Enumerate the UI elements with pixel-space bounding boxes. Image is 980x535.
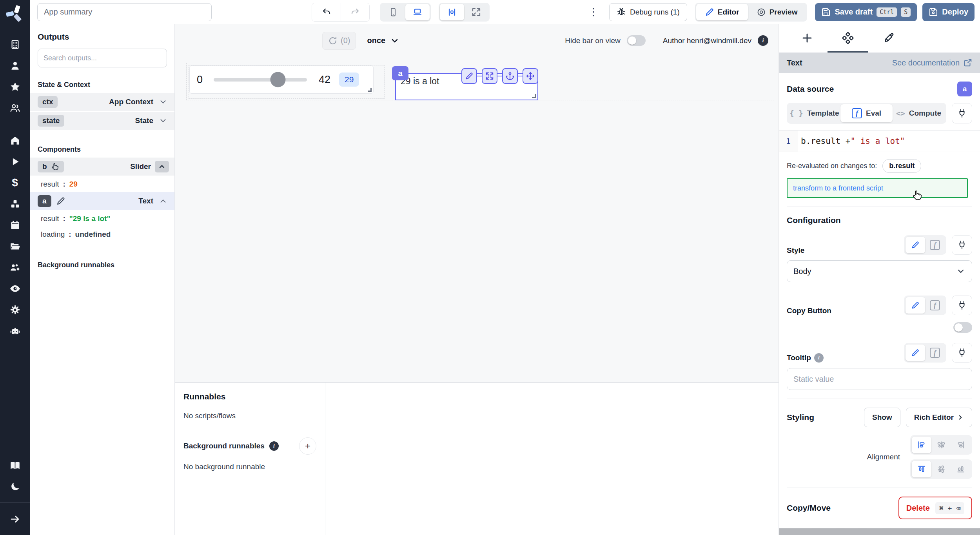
editor-scrollbar[interactable] xyxy=(970,131,980,152)
resize-handle[interactable] xyxy=(368,88,372,92)
slider-handle[interactable] xyxy=(270,72,286,87)
tab-global-styling[interactable] xyxy=(868,24,909,53)
settings-panel: Text See documentation Data source a xyxy=(779,24,980,535)
sidebar-item-theme[interactable] xyxy=(6,479,24,494)
align-bottom-button[interactable] xyxy=(951,461,971,477)
align-center-v-button[interactable] xyxy=(931,461,951,477)
sidebar-item-workers[interactable] xyxy=(6,259,24,275)
align-center-v-icon xyxy=(937,465,946,473)
tooltip-input[interactable] xyxy=(787,368,972,390)
search-outputs-input[interactable] xyxy=(38,49,167,67)
tab-insert-component[interactable] xyxy=(787,24,828,53)
eval-mode-button[interactable]: f xyxy=(925,345,945,361)
sidebar-item-folders[interactable] xyxy=(6,238,24,254)
debug-runs-button[interactable]: Debug runs (1) xyxy=(609,3,687,21)
transform-to-frontend-script-link[interactable]: transform to a frontend script xyxy=(793,184,883,192)
static-mode-button[interactable] xyxy=(906,237,925,253)
sidebar-item-groups[interactable] xyxy=(6,100,24,116)
edit-component-button[interactable] xyxy=(461,68,477,84)
output-row-state[interactable]: state State xyxy=(30,112,174,130)
plus-icon xyxy=(801,32,813,44)
sidebar-item-workspace[interactable] xyxy=(6,36,24,52)
sidebar-collapse-button[interactable] xyxy=(6,511,24,527)
align-left-button[interactable] xyxy=(912,437,931,453)
horizontal-scrollbar[interactable] xyxy=(779,528,980,535)
pencil-icon[interactable] xyxy=(56,196,65,206)
sidebar-item-docs[interactable] xyxy=(6,457,24,473)
info-icon[interactable]: i xyxy=(758,35,768,46)
sidebar-item-settings[interactable] xyxy=(6,302,24,317)
chevron-down-icon[interactable] xyxy=(157,115,169,127)
resize-handle[interactable] xyxy=(532,94,536,98)
app-canvas[interactable]: 0 42 29 a 29 is a lot xyxy=(175,57,779,382)
redo-button[interactable] xyxy=(341,3,369,21)
output-row-ctx[interactable]: ctx App Context xyxy=(30,93,174,111)
a-loading-row[interactable]: loading:undefined xyxy=(30,227,174,242)
chevron-down-icon[interactable] xyxy=(157,96,169,108)
save-draft-button[interactable]: Save draft Ctrl S xyxy=(815,3,917,21)
ctx-type-label: App Context xyxy=(109,98,153,106)
refresh-runs-button[interactable]: (0) xyxy=(322,32,356,50)
tab-template[interactable]: { } Template xyxy=(788,104,840,122)
eval-mode-button[interactable]: f xyxy=(925,297,945,314)
tab-preview[interactable]: Preview xyxy=(748,4,806,20)
connect-style-button[interactable] xyxy=(952,235,972,255)
refresh-icon xyxy=(328,36,338,45)
b-result-row[interactable]: result:29 xyxy=(30,176,174,192)
tab-compute[interactable]: <> Compute xyxy=(893,104,945,122)
more-options-button[interactable]: ⋮ xyxy=(588,6,599,18)
sidebar-item-runs[interactable] xyxy=(6,154,24,169)
tab-eval[interactable]: f Eval xyxy=(840,104,893,122)
chevron-up-icon[interactable] xyxy=(157,195,169,207)
desktop-view-button[interactable] xyxy=(405,4,430,20)
windmill-logo-icon[interactable] xyxy=(6,5,24,23)
connect-data-source-button[interactable] xyxy=(952,103,972,123)
undo-button[interactable] xyxy=(312,3,341,21)
slider-component[interactable]: 0 42 29 xyxy=(189,65,374,94)
expand-component-button[interactable] xyxy=(482,68,497,84)
sidebar-item-resources[interactable] xyxy=(6,196,24,212)
hide-bar-toggle[interactable] xyxy=(627,35,646,46)
connect-tooltip-button[interactable] xyxy=(952,343,972,363)
move-component-button[interactable] xyxy=(523,68,538,84)
add-background-runnable-button[interactable]: + xyxy=(299,437,316,455)
sidebar-item-audit-logs[interactable] xyxy=(6,281,24,296)
show-styling-button[interactable]: Show xyxy=(864,408,900,427)
schedule-dropdown[interactable]: once xyxy=(367,36,399,45)
delete-component-button[interactable]: Delete ⌘ + ⌫ xyxy=(898,497,972,519)
component-row-a[interactable]: a Text xyxy=(30,192,174,210)
align-center-h-button[interactable] xyxy=(931,437,951,453)
copy-button-toggle[interactable] xyxy=(953,322,972,333)
style-select[interactable]: Body xyxy=(787,260,972,282)
slider-track[interactable] xyxy=(214,78,307,82)
eval-code-editor[interactable]: 1 b.result + " is a lot" xyxy=(779,130,980,152)
sidebar-item-variables[interactable]: $ xyxy=(6,175,24,190)
align-right-button[interactable] xyxy=(951,437,971,453)
static-mode-button[interactable] xyxy=(906,345,925,361)
sidebar-item-schedules[interactable] xyxy=(6,217,24,233)
sidebar-item-home[interactable] xyxy=(6,132,24,148)
connect-copy-button[interactable] xyxy=(952,296,972,315)
sidebar-item-favorites[interactable] xyxy=(6,79,24,94)
app-summary-input[interactable] xyxy=(37,3,212,21)
rich-editor-button[interactable]: Rich Editor xyxy=(906,408,972,427)
static-mode-button[interactable] xyxy=(906,297,925,314)
center-content-button[interactable] xyxy=(440,4,464,20)
sidebar-item-ai[interactable] xyxy=(6,323,24,339)
tab-component-settings[interactable] xyxy=(828,24,868,53)
collapse-b-button[interactable] xyxy=(155,161,169,172)
text-component-selected[interactable]: a 29 is a lot xyxy=(395,73,538,100)
sidebar-divider xyxy=(0,124,30,124)
tab-editor[interactable]: Editor xyxy=(696,4,748,20)
anchor-component-button[interactable] xyxy=(502,68,518,84)
deploy-button[interactable]: Deploy xyxy=(922,3,975,21)
sidebar-item-user[interactable] xyxy=(6,58,24,73)
see-documentation-link[interactable]: See documentation xyxy=(892,58,972,67)
eval-mode-button[interactable]: f xyxy=(925,237,945,253)
a-result-row[interactable]: result:"29 is a lot" xyxy=(30,211,174,227)
slider-min-label: 0 xyxy=(197,74,203,86)
mobile-view-button[interactable] xyxy=(381,4,405,20)
full-width-button[interactable] xyxy=(464,4,488,20)
component-row-b[interactable]: b Slider xyxy=(30,158,174,176)
align-top-button[interactable] xyxy=(912,461,931,477)
